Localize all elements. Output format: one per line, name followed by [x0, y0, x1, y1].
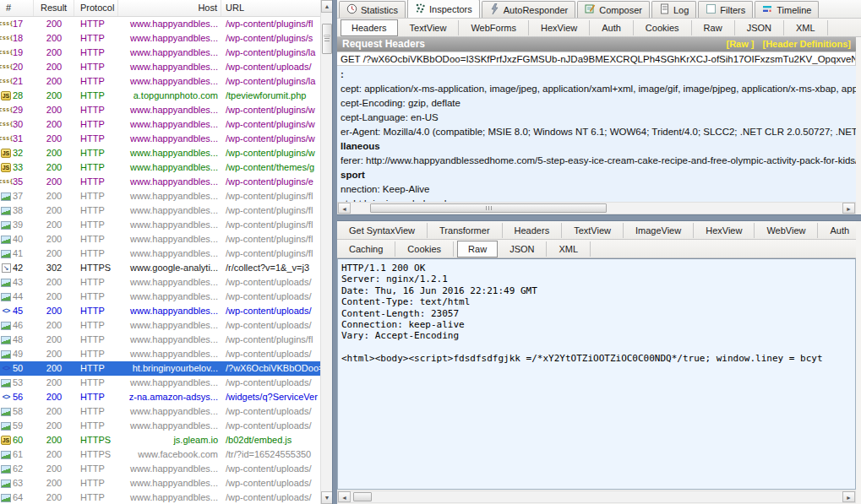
session-row[interactable]: 40200HTTPwww.happyandbles.../wp-content/…	[0, 232, 320, 247]
session-row[interactable]: <>50200HTTPht.bringinyourbelov.../?wX6Oc…	[0, 361, 320, 376]
scroll-right-arrow-icon[interactable]: ►	[842, 491, 855, 502]
session-row-num-cell: <>50	[0, 361, 34, 376]
request-headers-tree[interactable]: :cept: application/x-ms-application, ima…	[337, 66, 856, 202]
request-tab-headers[interactable]: Headers	[341, 19, 398, 36]
css-icon: css{	[0, 106, 12, 116]
session-row[interactable]: css{19200HTTPwww.happyandbles.../wp-cont…	[0, 46, 320, 60]
request-line[interactable]: GET /?wX6OcbiVKBbODoo=I3SKfPrfJxzFGMSUb-…	[337, 51, 856, 66]
request-tab-textview[interactable]: TextView	[398, 20, 460, 35]
column-header-result[interactable]: Result	[34, 0, 74, 16]
tab-autoresponder[interactable]: AutoResponder	[482, 1, 575, 18]
image-icon	[0, 450, 12, 460]
session-row[interactable]: 58200HTTPwww.happyandbles.../wp-content/…	[0, 404, 320, 419]
column-header-num[interactable]: #	[0, 0, 34, 16]
response-tab-get-syntaxview[interactable]: Get SyntaxView	[337, 223, 428, 238]
session-row-result: 200	[34, 203, 74, 218]
session-row[interactable]: 53200HTTPwww.happyandbles.../wp-content/…	[0, 376, 320, 390]
request-tab-cookies[interactable]: Cookies	[634, 20, 692, 35]
request-tab-json[interactable]: JSON	[735, 20, 784, 35]
session-row[interactable]: 43200HTTPwww.happyandbles.../wp-content/…	[0, 275, 320, 290]
response-tab-textview[interactable]: TextView	[562, 223, 624, 238]
response-tab-transformer[interactable]: Transformer	[428, 223, 503, 238]
response-tab-auth[interactable]: Auth	[818, 223, 861, 238]
session-row-result: 200	[34, 490, 74, 504]
session-row[interactable]: 61200HTTPSwww.facebook.com/tr/?id=165245…	[0, 447, 320, 462]
session-row-num-cell: css{19	[0, 46, 34, 60]
request-horizontal-scrollbar[interactable]: ◄ ►	[337, 202, 856, 214]
css-icon: css{	[0, 48, 12, 58]
session-row[interactable]: css{29200HTTPwww.happyandbles.../wp-cont…	[0, 103, 320, 117]
session-row-protocol: HTTP	[74, 247, 118, 261]
css-icon: css{	[0, 34, 12, 44]
response-tab-imageview[interactable]: ImageView	[624, 223, 694, 238]
response-tab-caching[interactable]: Caching	[337, 241, 395, 257]
request-tab-hexview[interactable]: HexView	[529, 20, 590, 35]
tab-composer[interactable]: Composer	[577, 1, 650, 18]
session-row[interactable]: 62200HTTPwww.happyandbles.../wp-content/…	[0, 462, 320, 476]
session-row-num-cell: 44	[0, 290, 34, 304]
scrollbar-thumb[interactable]	[370, 203, 607, 213]
column-header-host[interactable]: Host	[118, 0, 221, 16]
session-row[interactable]: <>45200HTTPwww.happyandbles.../wp-conten…	[0, 304, 320, 318]
session-row[interactable]: 38200HTTPwww.happyandbles.../wp-content/…	[0, 203, 320, 218]
request-tab-webforms[interactable]: WebForms	[459, 20, 529, 35]
session-row[interactable]: css{30200HTTPwww.happyandbles.../wp-cont…	[0, 117, 320, 132]
session-row-number: 64	[12, 490, 23, 504]
session-list-vertical-scrollbar[interactable]: ▲ ▼	[320, 0, 332, 504]
session-row[interactable]: 41200HTTPwww.happyandbles.../wp-content/…	[0, 247, 320, 261]
session-row[interactable]: JS32200HTTPwww.happyandbles.../wp-conten…	[0, 146, 320, 160]
session-row[interactable]: 39200HTTPwww.happyandbles.../wp-content/…	[0, 218, 320, 232]
column-header-protocol[interactable]: Protocol	[74, 0, 118, 16]
scroll-left-arrow-icon[interactable]: ◄	[338, 491, 351, 502]
panel-splitter-horizontal[interactable]	[337, 214, 861, 221]
session-row[interactable]: 64200HTTPwww.happyandbles.../wp-content/…	[0, 490, 320, 504]
session-row[interactable]: 63200HTTPwww.happyandbles.../wp-content/…	[0, 476, 320, 490]
response-tab-hexview[interactable]: HexView	[694, 223, 755, 238]
tab-filters[interactable]: Filters	[698, 1, 753, 18]
session-row[interactable]: ↘42302HTTPSwww.google-analyti.../r/colle…	[0, 261, 320, 275]
session-row[interactable]: css{17200HTTPwww.happyandbles.../wp-cont…	[0, 17, 320, 31]
tab-timeline[interactable]: Timeline	[755, 1, 819, 18]
scroll-left-arrow-icon[interactable]: ◄	[338, 203, 351, 214]
tab-log[interactable]: Log	[651, 1, 696, 18]
session-row[interactable]: 37200HTTPwww.happyandbles.../wp-content/…	[0, 189, 320, 203]
response-raw-view[interactable]: HTTP/1.1 200 OKServer: nginx/1.2.1Date: …	[337, 258, 856, 490]
tab-statistics[interactable]: Statistics	[339, 1, 406, 18]
scroll-down-arrow-icon[interactable]: ▼	[321, 491, 333, 504]
raw-link[interactable]: [Raw ]	[726, 37, 754, 51]
session-row[interactable]: JS60200HTTPSjs.gleam.io/b02dt/embed.js	[0, 433, 320, 447]
request-tab-auth[interactable]: Auth	[590, 20, 634, 35]
session-row-result: 200	[34, 218, 74, 232]
scrollbar-thumb[interactable]	[353, 492, 372, 501]
response-tab-cookies[interactable]: Cookies	[395, 241, 454, 257]
session-row[interactable]: css{21200HTTPwww.happyandbles.../wp-cont…	[0, 74, 320, 89]
session-row[interactable]: JS28200HTTPa.topgunnphoto.com/tpeviewfor…	[0, 89, 320, 103]
session-row[interactable]: 46200HTTPwww.happyandbles.../wp-content/…	[0, 318, 320, 333]
request-tab-raw[interactable]: Raw	[692, 20, 735, 35]
request-tab-xml[interactable]: XML	[784, 20, 828, 35]
request-header-line: sport	[341, 168, 856, 182]
session-row[interactable]: css{35200HTTPwww.happyandbles.../wp-cont…	[0, 175, 320, 189]
session-row[interactable]: 48200HTTPwww.happyandbles.../wp-content/…	[0, 333, 320, 347]
response-tab-raw[interactable]: Raw	[457, 241, 498, 257]
column-header-url[interactable]: URL	[221, 0, 320, 16]
response-tab-headers[interactable]: Headers	[503, 223, 563, 238]
session-row[interactable]: 49200HTTPwww.happyandbles.../wp-content/…	[0, 347, 320, 361]
response-horizontal-scrollbar[interactable]: ◄ ►	[337, 490, 856, 503]
scrollbar-thumb[interactable]	[322, 24, 332, 54]
session-row[interactable]: css{18200HTTPwww.happyandbles.../wp-cont…	[0, 31, 320, 46]
session-row[interactable]: css{20200HTTPwww.happyandbles.../wp-cont…	[0, 60, 320, 74]
header-definitions-link[interactable]: [Header Definitions]	[762, 37, 851, 51]
response-tab-json[interactable]: JSON	[498, 241, 547, 257]
session-row[interactable]: JS33200HTTPwww.happyandbles.../wp-conten…	[0, 160, 320, 175]
tab-inspectors[interactable]: Inspectors	[407, 0, 480, 18]
session-row[interactable]: css{31200HTTPwww.happyandbles.../wp-cont…	[0, 132, 320, 146]
response-tab-webview[interactable]: WebView	[755, 223, 818, 238]
session-row[interactable]: 59200HTTPwww.happyandbles.../wp-content/…	[0, 419, 320, 433]
session-row-host: www.happyandbles...	[118, 462, 221, 476]
session-row[interactable]: 44200HTTPwww.happyandbles.../wp-content/…	[0, 290, 320, 304]
scroll-right-arrow-icon[interactable]: ►	[842, 203, 855, 214]
scroll-up-arrow-icon[interactable]: ▲	[321, 0, 333, 13]
response-tab-xml[interactable]: XML	[547, 241, 591, 257]
session-row[interactable]: <>56200HTTPz-na.amazon-adsys.../widgets/…	[0, 390, 320, 404]
